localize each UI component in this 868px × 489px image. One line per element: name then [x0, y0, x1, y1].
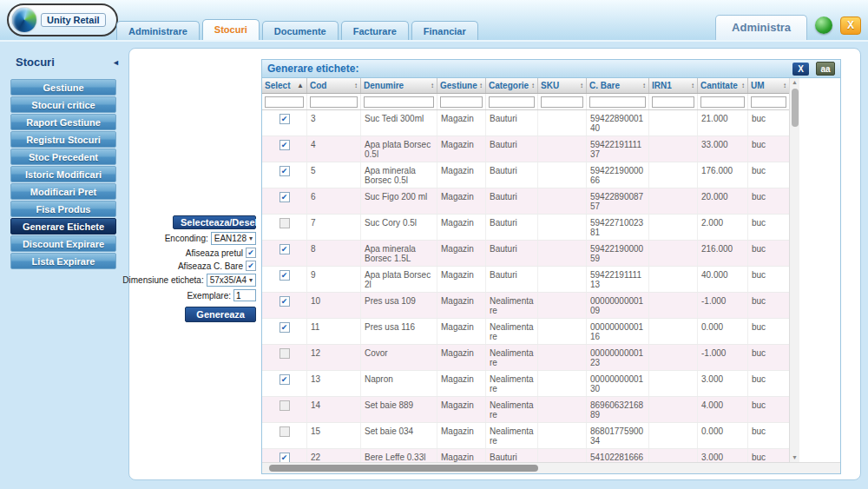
- horizontal-scroll-thumb[interactable]: [269, 465, 538, 472]
- column-header-denumire[interactable]: Denumire↕: [361, 78, 437, 93]
- row-select-checkbox[interactable]: ✔: [279, 374, 290, 385]
- status-indicator-icon[interactable]: [815, 17, 832, 34]
- filter-input-um[interactable]: [751, 96, 786, 108]
- row-select-checkbox[interactable]: ✔: [279, 192, 290, 202]
- table-row[interactable]: ✔4Apa plata Borsec 0.5lMagazinBauturi594…: [262, 136, 790, 162]
- table-row[interactable]: ✔10Pres usa 109MagazinNealimentare000000…: [262, 293, 790, 319]
- table-row[interactable]: ✔14Set baie 889MagazinNealimentare869606…: [262, 397, 790, 423]
- row-select-checkbox[interactable]: ✔: [279, 296, 290, 307]
- row-select-checkbox[interactable]: ✔: [279, 218, 290, 228]
- column-header-categorie[interactable]: Categorie↕: [486, 78, 538, 93]
- sidebar-item-lista-expirare[interactable]: Lista Expirare: [10, 253, 116, 269]
- table-row[interactable]: ✔22Bere Leffe 0.33lMagazinBauturi5410228…: [262, 449, 790, 462]
- encoding-select[interactable]: EAN128 ▾: [211, 232, 256, 245]
- window-title: Generare etichete:: [267, 63, 792, 75]
- filter-input-c_bare[interactable]: [589, 96, 646, 108]
- row-select-checkbox[interactable]: ✔: [279, 270, 290, 281]
- filter-input-cod[interactable]: [310, 96, 358, 108]
- filter-input-sku[interactable]: [541, 96, 583, 108]
- row-select-checkbox[interactable]: ✔: [279, 166, 290, 176]
- scroll-up-icon[interactable]: ▲: [792, 78, 798, 87]
- user-label[interactable]: Administra: [715, 15, 807, 40]
- sort-icon[interactable]: ↕: [479, 82, 483, 89]
- tab-stocuri[interactable]: Stocuri: [202, 19, 260, 40]
- sort-asc-icon[interactable]: ▲: [297, 82, 304, 89]
- table-row[interactable]: ✔5Apa minerala Borsec 0.5lMagazinBauturi…: [262, 162, 790, 188]
- cell-gestiune: Magazin: [437, 371, 486, 396]
- row-select-checkbox[interactable]: ✔: [279, 244, 290, 254]
- filter-input-cantitate[interactable]: [700, 96, 745, 108]
- sidebar-item-stoc-precedent[interactable]: Stoc Precedent: [10, 149, 116, 165]
- filter-input-select[interactable]: [265, 96, 304, 108]
- vertical-scroll-thumb[interactable]: [792, 89, 799, 127]
- row-select-checkbox[interactable]: ✔: [279, 322, 290, 333]
- tab-documente[interactable]: Documente: [262, 21, 339, 40]
- column-header-cantitate[interactable]: Cantitate↕: [698, 78, 748, 93]
- table-row[interactable]: ✔9Apa plata Borsec 2lMagazinBauturi59422…: [262, 267, 790, 293]
- table-row[interactable]: ✔11Pres usa 116MagazinNealimentare000000…: [262, 319, 790, 345]
- column-header-gestiune[interactable]: Gestiune↕: [437, 78, 486, 93]
- tab-financiar[interactable]: Financiar: [411, 21, 478, 40]
- sidebar-item-generare-etichete[interactable]: Generare Etichete: [10, 218, 116, 235]
- tab-facturare[interactable]: Facturare: [341, 21, 409, 40]
- row-select-checkbox[interactable]: ✔: [279, 426, 290, 437]
- row-select-checkbox[interactable]: ✔: [279, 348, 290, 359]
- sidebar-item-registru-stocuri[interactable]: Registru Stocuri: [10, 131, 116, 148]
- row-select-checkbox[interactable]: ✔: [279, 400, 290, 411]
- filter-input-gestiune[interactable]: [440, 96, 483, 108]
- table-row[interactable]: ✔7Suc Cory 0.5lMagazinBauturi59422710023…: [262, 215, 790, 241]
- sort-icon[interactable]: ↕: [531, 82, 535, 89]
- select-all-button[interactable]: Selecteaza/Desel.: [173, 215, 256, 229]
- row-select-checkbox[interactable]: ✔: [279, 114, 290, 124]
- cell-irn1: [649, 188, 698, 214]
- sidebar-item-gestiune[interactable]: Gestiune: [10, 79, 116, 96]
- column-header-c_bare[interactable]: C. Bare↕: [587, 78, 649, 93]
- sidebar-item-istoric-modificari[interactable]: Istoric Modificari: [10, 166, 116, 182]
- filter-input-irn1[interactable]: [652, 96, 694, 108]
- sort-icon[interactable]: ↕: [431, 82, 434, 89]
- scroll-down-icon[interactable]: ▼: [792, 453, 798, 462]
- app-close-button[interactable]: X: [840, 17, 861, 35]
- filter-input-denumire[interactable]: [364, 96, 434, 108]
- collapse-arrow-icon[interactable]: ◄: [112, 58, 120, 67]
- column-header-cod[interactable]: Cod↕: [307, 78, 361, 93]
- sort-icon[interactable]: ↕: [691, 82, 694, 89]
- sort-icon[interactable]: ↕: [783, 82, 786, 89]
- unity-logo-icon: [12, 8, 36, 32]
- table-row[interactable]: ✔3Suc Tedi 300mlMagazinBauturi5942289000…: [262, 110, 790, 136]
- row-select-checkbox[interactable]: ✔: [279, 140, 290, 150]
- column-header-select[interactable]: Select▲: [262, 78, 307, 93]
- show-barcode-checkbox[interactable]: ✔: [246, 261, 256, 271]
- sidebar-item-stocuri-critice[interactable]: Stocuri critice: [10, 96, 116, 113]
- cell-select: ✔: [262, 423, 307, 448]
- cell-select: ✔: [262, 215, 307, 240]
- sidebar-item-raport-gestiune[interactable]: Raport Gestiune: [10, 114, 116, 130]
- table-row[interactable]: ✔13NapronMagazinNealimentare000000000013…: [262, 371, 790, 397]
- copies-input[interactable]: [233, 289, 256, 301]
- table-row[interactable]: ✔15Set baie 034MagazinNealimentare868017…: [262, 423, 790, 449]
- column-header-irn1[interactable]: IRN1↕: [649, 78, 698, 93]
- sort-icon[interactable]: ↕: [354, 82, 358, 89]
- column-header-sku[interactable]: SKU↕: [538, 78, 587, 93]
- table-row[interactable]: ✔6Suc Figo 200 mlMagazinBauturi594228900…: [262, 188, 790, 215]
- tab-administrare[interactable]: Administrare: [116, 21, 200, 40]
- font-size-button[interactable]: aa: [816, 62, 835, 76]
- sidebar-item-discount-expirare[interactable]: Discount Expirare: [10, 235, 116, 252]
- sidebar-item-modificari-pret[interactable]: Modificari Pret: [10, 183, 116, 200]
- column-header-um[interactable]: UM↕: [748, 78, 790, 93]
- filter-input-categorie[interactable]: [489, 96, 535, 108]
- sort-icon[interactable]: ↕: [642, 82, 646, 89]
- sidebar-item-fisa-produs[interactable]: Fisa Produs: [10, 201, 116, 217]
- vertical-scrollbar[interactable]: ▲ ▼: [789, 78, 799, 462]
- sort-icon[interactable]: ↕: [580, 82, 583, 89]
- label-size-select[interactable]: 57x35/A4 ▾: [207, 274, 256, 287]
- sort-icon[interactable]: ↕: [741, 82, 745, 89]
- generate-button[interactable]: Genereaza: [185, 307, 256, 322]
- table-row[interactable]: ✔12CovorMagazinNealimentare0000000000123…: [262, 345, 790, 371]
- column-label: C. Bare: [589, 81, 620, 90]
- window-close-button[interactable]: X: [792, 63, 809, 76]
- row-select-checkbox[interactable]: ✔: [279, 453, 290, 462]
- table-row[interactable]: ✔8Apa minerala Borsec 1.5LMagazinBauturi…: [262, 241, 790, 267]
- horizontal-scrollbar[interactable]: [262, 462, 840, 473]
- show-price-checkbox[interactable]: ✔: [246, 248, 256, 258]
